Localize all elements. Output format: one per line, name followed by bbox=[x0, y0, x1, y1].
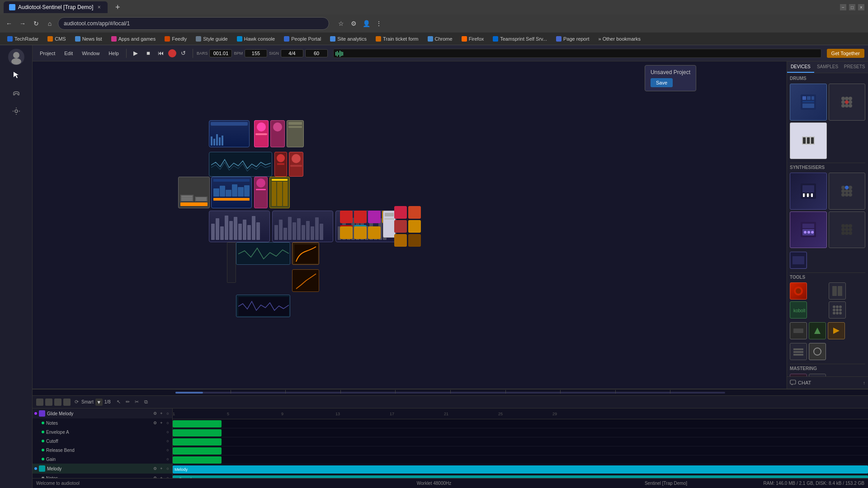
effect-r4[interactable] bbox=[408, 220, 421, 233]
device-effect-yellow-bar[interactable] bbox=[269, 177, 290, 208]
bpm-display[interactable]: 155 bbox=[245, 49, 267, 57]
device-eq-red[interactable] bbox=[274, 152, 287, 177]
device-white-tall[interactable] bbox=[383, 211, 396, 238]
device-effect-dark-red[interactable] bbox=[289, 152, 303, 177]
device-mixer-large-2[interactable] bbox=[272, 211, 333, 242]
chat-expand-icon[interactable]: ↑ bbox=[863, 380, 865, 385]
reload-button[interactable]: ↻ bbox=[31, 18, 42, 29]
track-mute-btn[interactable]: ○ bbox=[165, 411, 170, 416]
menu-help[interactable]: Help bbox=[105, 49, 123, 58]
record-button[interactable] bbox=[168, 49, 176, 57]
track-add-btn[interactable]: + bbox=[159, 466, 164, 471]
synth-4[interactable] bbox=[829, 211, 866, 249]
track-param-envelope[interactable]: Envelope A ○ bbox=[33, 427, 172, 436]
tool-2[interactable] bbox=[829, 282, 846, 300]
user-avatar-icon[interactable] bbox=[8, 49, 24, 65]
track-melody-notes[interactable]: Notes ⚙ + ○ bbox=[33, 474, 172, 478]
menu-button[interactable]: ⋮ bbox=[373, 18, 384, 29]
cursor-tool-icon[interactable] bbox=[8, 67, 24, 83]
clip-release[interactable] bbox=[173, 447, 222, 455]
drum-machine-2[interactable] bbox=[829, 84, 866, 121]
panel-tab-samples[interactable]: SAMPLES bbox=[814, 61, 841, 73]
bookmark-pagereport[interactable]: Page report bbox=[552, 35, 593, 42]
effect-r3[interactable] bbox=[394, 220, 407, 233]
device-waveform-2[interactable] bbox=[236, 242, 290, 265]
home-button[interactable]: ⌂ bbox=[44, 18, 55, 29]
tool-5[interactable] bbox=[790, 322, 807, 339]
track-mute-btn[interactable]: ○ bbox=[165, 466, 170, 471]
param-add-btn[interactable]: + bbox=[159, 420, 164, 426]
pencil-icon[interactable]: ✏ bbox=[124, 399, 132, 406]
quantize-down-icon[interactable]: ▼ bbox=[95, 399, 103, 406]
get-together-button[interactable]: Get Together bbox=[827, 49, 864, 58]
rewind-button[interactable]: ⏮ bbox=[156, 48, 166, 59]
clip-melody-full[interactable]: Melody bbox=[173, 465, 868, 474]
tool-1[interactable] bbox=[790, 282, 807, 300]
param-mute-btn[interactable]: ○ bbox=[165, 429, 170, 435]
effect-r1[interactable] bbox=[394, 206, 407, 219]
track-melody[interactable]: Melody ⚙ + ○ bbox=[33, 464, 172, 474]
effect-r6[interactable] bbox=[408, 234, 421, 247]
copy-icon[interactable]: ⧉ bbox=[142, 399, 150, 406]
headphone-icon[interactable] bbox=[8, 85, 24, 101]
bookmark-styleguide[interactable]: Style guide bbox=[192, 35, 231, 42]
track-grid-icon[interactable] bbox=[54, 399, 61, 406]
menu-project[interactable]: Project bbox=[36, 49, 59, 58]
panel-tab-devices[interactable]: DEVICES bbox=[787, 61, 814, 73]
bookmark-apps[interactable]: Apps and games bbox=[108, 35, 160, 42]
device-waveform[interactable] bbox=[209, 152, 272, 177]
device-synth-blue[interactable] bbox=[211, 177, 252, 208]
track-param-cutoff[interactable]: Cutoff ○ bbox=[33, 436, 172, 446]
forward-button[interactable]: → bbox=[17, 18, 28, 29]
bookmark-hawk[interactable]: Hawk console bbox=[233, 35, 278, 42]
device-curve-2[interactable] bbox=[292, 269, 319, 292]
synth-3[interactable] bbox=[790, 211, 827, 249]
clip-gain[interactable] bbox=[173, 456, 222, 464]
canvas-area[interactable]: Unsaved Project Save bbox=[33, 61, 787, 389]
maximize-button[interactable]: □ bbox=[849, 4, 855, 10]
device-effect-small-pink[interactable] bbox=[254, 177, 268, 208]
param-mute-btn[interactable]: ○ bbox=[165, 438, 170, 444]
track-settings-icon[interactable] bbox=[63, 399, 71, 406]
address-bar[interactable]: audiotool.com/app/#/local/1 bbox=[58, 17, 329, 30]
menu-window[interactable]: Window bbox=[78, 49, 103, 58]
timeline-scrubber[interactable] bbox=[33, 389, 868, 396]
device-mixer-gray[interactable] bbox=[178, 177, 210, 208]
bookmark-train[interactable]: Train ticket form bbox=[372, 35, 422, 42]
arrangement-area[interactable]: 1 5 9 13 17 21 25 29 bbox=[173, 408, 868, 478]
bookmark-newslist[interactable]: News list bbox=[71, 35, 106, 42]
bookmark-cms[interactable]: CMS bbox=[44, 35, 69, 42]
device-strip[interactable] bbox=[227, 242, 236, 283]
effect-red-2[interactable] bbox=[354, 211, 367, 223]
track-param-notes[interactable]: Notes ⚙ + ○ bbox=[33, 418, 172, 427]
bars-display[interactable]: 001.01 bbox=[209, 49, 232, 57]
bookmark-star-button[interactable]: ☆ bbox=[335, 18, 346, 29]
settings-icon[interactable] bbox=[8, 103, 24, 119]
synth-1[interactable] bbox=[790, 173, 827, 210]
tool-6[interactable] bbox=[809, 322, 826, 339]
param-settings-btn[interactable]: ⚙ bbox=[152, 420, 158, 426]
menu-edit[interactable]: Edit bbox=[61, 49, 76, 58]
play-button[interactable]: ▶ bbox=[130, 48, 141, 59]
tempo-display[interactable]: 60 bbox=[305, 49, 328, 57]
sign-display[interactable]: 4/4 bbox=[281, 49, 303, 57]
effect-purple[interactable] bbox=[368, 211, 381, 223]
profile-button[interactable]: 👤 bbox=[361, 18, 372, 29]
bookmark-chrome[interactable]: Chrome bbox=[424, 35, 456, 42]
bookmark-techradar[interactable]: TechRadar bbox=[4, 35, 42, 42]
device-effect-pink-1[interactable] bbox=[254, 120, 269, 147]
effect-orange3[interactable] bbox=[354, 226, 367, 239]
bookmark-other[interactable]: » Other bookmarks bbox=[594, 35, 644, 42]
param-mute-btn[interactable]: ○ bbox=[165, 456, 170, 462]
track-param-release[interactable]: Release Bend ○ bbox=[33, 446, 172, 455]
bookmark-people[interactable]: People Portal bbox=[280, 35, 325, 42]
bookmark-firefox[interactable]: Firefox bbox=[458, 35, 488, 42]
clip-cutoff[interactable] bbox=[173, 438, 222, 446]
drum-machine-1[interactable] bbox=[790, 84, 827, 121]
active-tab[interactable]: Audiotool·Sentinel [Trap Demo] × bbox=[4, 1, 108, 13]
track-settings-btn[interactable]: ⚙ bbox=[152, 411, 158, 416]
add-track-icon[interactable] bbox=[36, 399, 43, 406]
device-effect-pink-2[interactable] bbox=[270, 120, 285, 147]
effect-red-1[interactable] bbox=[340, 211, 353, 223]
minimize-button[interactable]: − bbox=[840, 4, 846, 10]
